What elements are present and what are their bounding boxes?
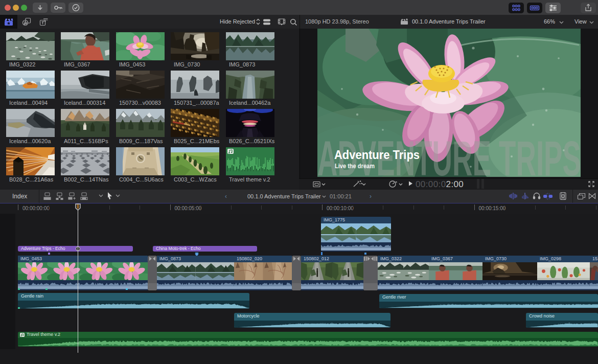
svg-text:Adventure Trips: Adventure Trips [334,148,420,162]
svg-text:Live the dream: Live the dream [335,163,375,170]
